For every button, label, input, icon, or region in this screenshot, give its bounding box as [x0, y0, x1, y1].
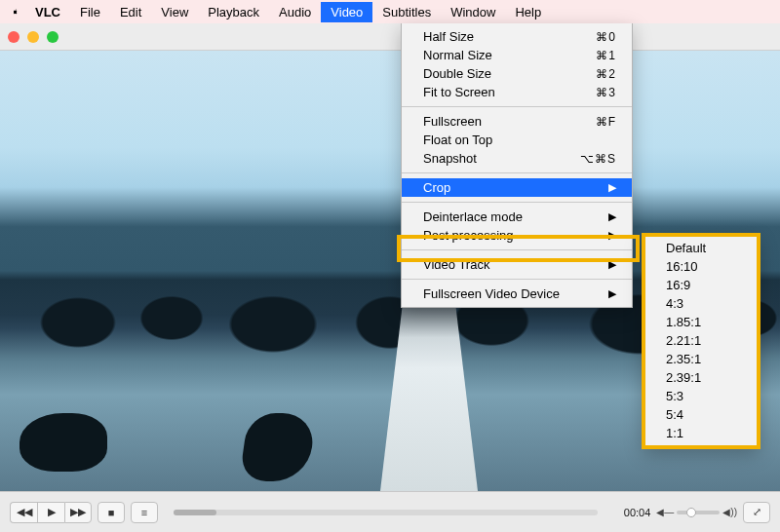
time-elapsed: 00:04: [613, 507, 650, 518]
crop-option-185-1[interactable]: 1.85:1: [644, 314, 758, 332]
menu-window[interactable]: Window: [441, 2, 505, 22]
crop-option-5-4[interactable]: 5:4: [644, 406, 758, 425]
crop-option-221-1[interactable]: 2.21:1: [644, 332, 758, 351]
progress-slider[interactable]: [174, 510, 598, 515]
menu-item-shortcut: ⌘2: [596, 67, 616, 81]
transport-buttons: ◀◀ ▶ ▶▶: [10, 502, 92, 523]
video-dropdown-menu: Half Size ⌘0 Normal Size ⌘1 Double Size …: [401, 23, 633, 308]
menu-audio[interactable]: Audio: [269, 2, 321, 22]
menu-item-normal-size[interactable]: Normal Size ⌘1: [402, 46, 632, 64]
window-titlebar: [0, 23, 780, 51]
menu-item-label: Video Track: [423, 257, 603, 272]
menu-item-crop[interactable]: Crop ▶: [402, 178, 632, 197]
menu-separator: [402, 172, 632, 173]
menu-separator: [402, 202, 632, 203]
menu-playback[interactable]: Playback: [198, 2, 269, 22]
crop-option-default[interactable]: Default: [644, 240, 758, 258]
volume-high-icon[interactable]: ◀)): [722, 507, 737, 517]
submenu-arrow-icon: ▶: [608, 229, 616, 242]
crop-option-239-1[interactable]: 2.39:1: [644, 369, 758, 388]
crop-option-16-9[interactable]: 16:9: [644, 277, 758, 295]
skip-back-button[interactable]: ◀◀: [10, 502, 37, 523]
menu-separator: [402, 249, 632, 250]
menu-view[interactable]: View: [151, 2, 198, 22]
menu-video[interactable]: Video: [321, 2, 372, 22]
submenu-arrow-icon: ▶: [608, 258, 616, 271]
menu-help[interactable]: Help: [505, 2, 551, 22]
menu-item-fullscreen[interactable]: Fullscreen ⌘F: [402, 112, 632, 131]
menu-item-half-size[interactable]: Half Size ⌘0: [402, 27, 632, 46]
menu-item-double-size[interactable]: Double Size ⌘2: [402, 64, 632, 83]
crop-submenu: Default 16:10 16:9 4:3 1.85:1 2.21:1 2.3…: [644, 235, 759, 448]
menu-edit[interactable]: Edit: [110, 2, 151, 22]
menu-item-label: Fit to Screen: [423, 85, 596, 99]
menu-item-label: Float on Top: [423, 133, 616, 147]
menu-item-label: Post processing: [423, 228, 603, 243]
apple-icon[interactable]: [8, 5, 25, 19]
crop-option-4-3[interactable]: 4:3: [644, 295, 758, 314]
video-content: [20, 413, 107, 472]
crop-option-16-10[interactable]: 16:10: [644, 258, 758, 277]
submenu-arrow-icon: ▶: [608, 181, 616, 194]
crop-option-1-1[interactable]: 1:1: [644, 425, 758, 443]
menu-item-post-processing[interactable]: Post processing ▶: [402, 226, 632, 245]
menu-separator: [402, 106, 632, 107]
close-window-button[interactable]: [8, 31, 20, 43]
menu-separator: [402, 279, 632, 280]
menu-item-label: Normal Size: [423, 48, 596, 62]
volume-controls: ◀— ◀)): [656, 507, 737, 517]
menu-item-label: Crop: [423, 180, 603, 195]
submenu-arrow-icon: ▶: [608, 287, 616, 300]
progress-fill: [174, 510, 216, 515]
playlist-button[interactable]: ≡: [131, 502, 158, 523]
crop-option-235-1[interactable]: 2.35:1: [644, 351, 758, 369]
zoom-window-button[interactable]: [47, 31, 58, 43]
menu-item-label: Fullscreen: [423, 114, 596, 129]
menubar: VLC File Edit View Playback Audio Video …: [0, 0, 780, 23]
menu-item-label: Double Size: [423, 66, 596, 81]
stop-button[interactable]: ■: [98, 502, 125, 523]
submenu-arrow-icon: ▶: [608, 210, 616, 223]
menu-item-shortcut: ⌘1: [596, 49, 616, 62]
menu-item-shortcut: ⌘F: [596, 115, 616, 129]
fullscreen-button[interactable]: ⤢: [743, 502, 770, 523]
menu-item-fullscreen-video-device[interactable]: Fullscreen Video Device ▶: [402, 285, 632, 303]
menu-item-label: Deinterlace mode: [423, 209, 603, 224]
menu-item-video-track[interactable]: Video Track ▶: [402, 255, 632, 274]
menu-file[interactable]: File: [70, 2, 110, 22]
menu-item-label: Snapshot: [423, 151, 580, 166]
menu-item-shortcut: ⌥⌘S: [580, 152, 616, 166]
menu-subtitles[interactable]: Subtitles: [372, 2, 441, 22]
menu-item-fit-to-screen[interactable]: Fit to Screen ⌘3: [402, 83, 632, 101]
crop-option-5-3[interactable]: 5:3: [644, 388, 758, 406]
playback-controls: ◀◀ ▶ ▶▶ ■ ≡ 00:04 ◀— ◀)) ⤢: [0, 491, 780, 532]
menu-item-snapshot[interactable]: Snapshot ⌥⌘S: [402, 149, 632, 168]
menu-item-label: Fullscreen Video Device: [423, 286, 603, 301]
volume-low-icon[interactable]: ◀—: [656, 507, 674, 517]
play-button[interactable]: ▶: [37, 502, 64, 523]
video-content: [239, 413, 317, 481]
menu-item-deinterlace-mode[interactable]: Deinterlace mode ▶: [402, 208, 632, 226]
menu-item-shortcut: ⌘0: [596, 30, 616, 44]
skip-forward-button[interactable]: ▶▶: [64, 502, 92, 523]
volume-thumb[interactable]: [686, 508, 696, 517]
menubar-app[interactable]: VLC: [25, 2, 70, 22]
menu-item-label: Half Size: [423, 29, 596, 44]
minimize-window-button[interactable]: [27, 31, 39, 43]
menu-item-shortcut: ⌘3: [596, 86, 616, 99]
menu-item-float-on-top[interactable]: Float on Top: [402, 131, 632, 149]
volume-slider[interactable]: [677, 511, 720, 514]
